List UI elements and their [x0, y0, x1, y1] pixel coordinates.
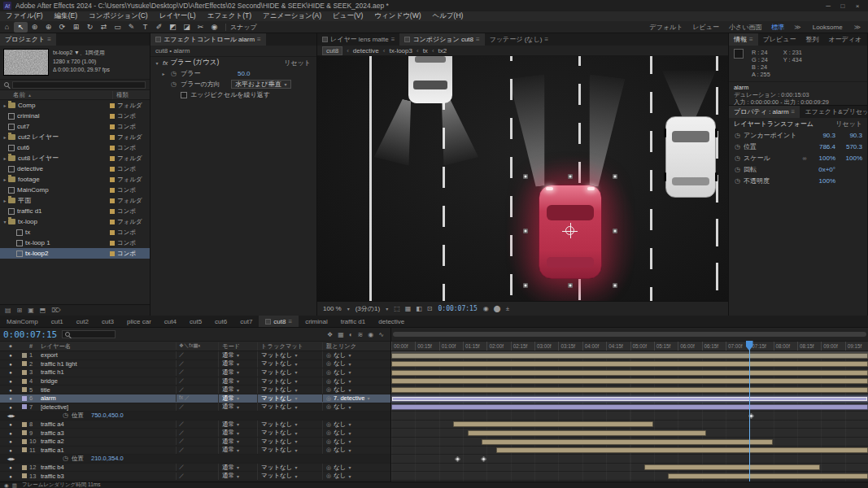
link-icon[interactable]: ∞	[800, 155, 809, 161]
column-parent[interactable]: 親とリンク	[322, 342, 390, 351]
comp-mini-flowchart-icon[interactable]: ❖	[327, 331, 333, 338]
property-value[interactable]: 100%	[838, 155, 862, 162]
timeline-layer-row[interactable]: ●12traffic b4／通常▾マットなし▾◎なし▾	[0, 464, 390, 473]
pickwhip-icon[interactable]: ◎	[326, 438, 331, 445]
time-ruler[interactable]: 00:00f00:15f01:00f01:15f02:00f02:15f03:0…	[391, 341, 868, 351]
keyframe-icon[interactable]	[455, 456, 460, 462]
column-trkmat[interactable]: トラックマット	[257, 342, 322, 351]
trkmat-dropdown[interactable]: マットなし▾	[257, 446, 322, 454]
transparency-grid-icon[interactable]: ▦	[405, 305, 412, 312]
switches-cell[interactable]: ／	[176, 438, 218, 445]
layer-duration-bar[interactable]	[453, 421, 653, 427]
composition-canvas[interactable]	[317, 56, 728, 301]
region-of-interest-icon[interactable]: ⊡	[427, 305, 433, 312]
current-time-indicator-line[interactable]	[749, 341, 750, 481]
panel-menu-icon[interactable]: ≡	[288, 318, 292, 325]
switches-cell[interactable]: ／	[176, 360, 218, 368]
label-color-chip[interactable]	[110, 114, 115, 119]
mode-dropdown[interactable]: 通常▾	[218, 472, 257, 480]
current-time-display[interactable]: 0:00:07:15	[3, 329, 57, 340]
exposure-icon[interactable]: ±	[506, 305, 509, 312]
breadcrumb-item[interactable]: cut8	[322, 46, 342, 55]
switches-cell[interactable]: ／	[176, 447, 218, 454]
twirl-icon[interactable]: ▸	[2, 102, 8, 108]
eraser-tool[interactable]: ◪	[180, 22, 194, 33]
selection-handle[interactable]	[613, 229, 617, 233]
label-chip-cell[interactable]	[21, 465, 29, 470]
parent-dropdown[interactable]: ◎なし▾	[322, 446, 390, 454]
stopwatch-icon[interactable]: ◷	[62, 455, 69, 462]
property-value[interactable]: 786.4	[811, 143, 835, 150]
clone-stamp-tool[interactable]: ◩	[166, 22, 180, 33]
column-type[interactable]: 種類	[112, 91, 150, 99]
label-chip-cell[interactable]	[21, 370, 29, 375]
timeline-layer-row[interactable]: ●3traffic h1／通常▾マットなし▾◎なし▾	[0, 368, 390, 377]
transform-property-row[interactable]: ◷アンカーポイント90.390.3	[729, 129, 867, 141]
workspace-overflow-icon[interactable]: ≫	[790, 24, 805, 31]
timeline-comp-tab[interactable]: cut6	[208, 316, 233, 328]
label-chip-cell[interactable]	[21, 439, 29, 444]
orbit-camera-tool[interactable]: ⟳	[55, 22, 69, 33]
menu-item[interactable]: ビュー(V)	[327, 11, 369, 21]
trkmat-dropdown[interactable]: マットなし▾	[257, 403, 322, 411]
trkmat-dropdown[interactable]: マットなし▾	[257, 394, 322, 403]
anchor-point-icon[interactable]	[565, 226, 574, 235]
layer-duration-bar[interactable]	[668, 473, 868, 479]
timeline-comp-tab[interactable]: cut7	[233, 316, 259, 328]
stopwatch-icon[interactable]: ◷	[62, 412, 69, 419]
panel-menu-icon[interactable]: ≡	[257, 36, 261, 43]
workspace-tab[interactable]: レビュー	[687, 23, 724, 32]
av-cell[interactable]: ●	[0, 368, 21, 376]
project-item-row[interactable]: ▾tx-loopフォルダ	[0, 216, 150, 227]
pickwhip-icon[interactable]: ◎	[326, 447, 331, 453]
trkmat-dropdown[interactable]: マットなし▾	[257, 368, 322, 377]
switches-cell[interactable]: ／	[176, 386, 218, 394]
brush-tool[interactable]: ✐	[152, 22, 166, 33]
layer-duration-bar[interactable]	[391, 387, 868, 393]
switches-cell[interactable]: ／	[176, 473, 218, 480]
layer-name-cell[interactable]: traffic b4	[41, 464, 176, 471]
mode-dropdown[interactable]: 通常▾	[218, 464, 257, 472]
tab-composition-viewer[interactable]: コンポジション cut8 ≡	[399, 33, 484, 46]
project-item-row[interactable]: criminalコンポ	[0, 111, 150, 121]
layer-duration-bar[interactable]	[391, 361, 868, 367]
project-item-row[interactable]: txコンポ	[0, 227, 150, 237]
mode-dropdown[interactable]: 通常▾	[218, 351, 257, 359]
effect-param-row[interactable]: ▸ ◷ ブラー 50.0	[150, 68, 317, 79]
switches-cell[interactable]: fx ／	[176, 394, 218, 402]
twirl-icon[interactable]: ▾	[2, 219, 8, 224]
panel-menu-icon[interactable]: ≡	[792, 108, 796, 115]
layer-color-chip[interactable]	[22, 473, 27, 478]
visibility-eye-icon[interactable]: ●	[9, 474, 12, 479]
snap-toggle[interactable]: スナップ	[230, 23, 257, 32]
effect-reset-button[interactable]: リセット	[284, 59, 314, 68]
project-item-row[interactable]: tx-loop2コンポ	[0, 248, 150, 259]
shape-tool[interactable]: ▭	[111, 22, 124, 33]
project-item-row[interactable]: traffic d1コンポ	[0, 206, 150, 216]
switches-cell[interactable]: ／	[176, 429, 218, 437]
label-chip-cell[interactable]	[21, 396, 29, 401]
transform-property-row[interactable]: ◷回転0x+0°	[729, 163, 867, 175]
timeline-comp-tab[interactable]: cut8≡	[259, 316, 299, 328]
layer-name-cell[interactable]: traffic h1	[41, 368, 176, 376]
layer-duration-bar[interactable]	[644, 464, 821, 470]
visibility-eye-icon[interactable]: ●	[9, 370, 12, 375]
trkmat-dropdown[interactable]: マットなし▾	[257, 464, 322, 472]
layer-name-cell[interactable]: ◷位置210.0,354.0	[41, 455, 176, 463]
layer-duration-bar[interactable]	[496, 447, 868, 453]
layer-name-cell[interactable]: traffic a1	[41, 447, 176, 454]
panel-menu-icon[interactable]: ≡	[391, 36, 395, 43]
workspace-search[interactable]: Looksome	[806, 24, 849, 31]
property-value[interactable]: 750.0,450.0	[91, 412, 124, 419]
pen-tool[interactable]: ✎	[124, 22, 138, 33]
av-cell[interactable]: ●	[0, 429, 21, 437]
mode-dropdown[interactable]: 通常▾	[218, 368, 257, 377]
zoom-tool[interactable]: ⊕	[41, 22, 55, 33]
project-search-input[interactable]	[12, 81, 146, 89]
label-color-chip[interactable]	[110, 146, 115, 150]
stopwatch-icon[interactable]: ◷	[734, 155, 741, 162]
layer-color-chip[interactable]	[22, 353, 27, 358]
parent-dropdown[interactable]: ◎なし▾	[322, 377, 390, 386]
label-color-chip[interactable]	[110, 198, 115, 203]
layer-color-chip[interactable]	[22, 370, 27, 375]
